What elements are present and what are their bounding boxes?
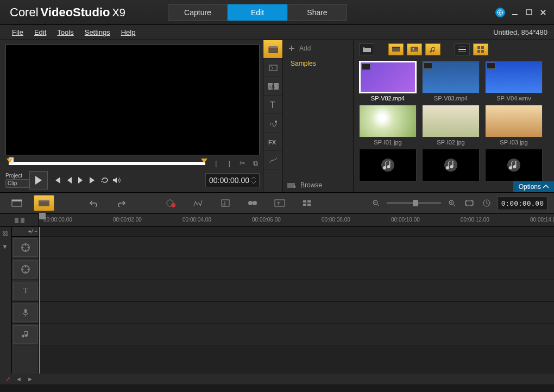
- tab-capture[interactable]: Capture: [168, 4, 228, 21]
- snapshot-button[interactable]: ⧉: [251, 159, 260, 168]
- track-row[interactable]: [39, 324, 554, 345]
- mark-out-button[interactable]: ]: [225, 159, 234, 168]
- menu-tools[interactable]: Tools: [52, 26, 79, 39]
- record-button[interactable]: [161, 195, 181, 211]
- timecode-spinner-icon[interactable]: [251, 176, 256, 184]
- track-row[interactable]: [39, 302, 554, 324]
- media-thumbnail[interactable]: [484, 149, 544, 183]
- ruler-tick: 00:00:04.00: [182, 217, 211, 223]
- filter-photo-button[interactable]: [407, 43, 422, 55]
- fit-project-button[interactable]: [463, 195, 476, 211]
- track-title[interactable]: T: [12, 280, 39, 302]
- folder-samples[interactable]: Samples: [283, 56, 353, 71]
- multicam-button[interactable]: [242, 195, 263, 211]
- timeline-ruler[interactable]: 00:00:00.0000:00:02.0000:00:04.0000:00:0…: [0, 214, 554, 227]
- scrub-bar[interactable]: [9, 162, 205, 165]
- menu-edit[interactable]: Edit: [29, 26, 52, 39]
- media-thumbnail[interactable]: SP-I02.jpg: [421, 105, 481, 146]
- timeline-timecode[interactable]: 0:00:00.00: [498, 197, 547, 210]
- help-globe-icon[interactable]: [495, 8, 505, 17]
- undo-button[interactable]: [84, 195, 104, 211]
- mode-clip[interactable]: Clip: [5, 179, 29, 188]
- libtab-transition[interactable]: AB: [263, 77, 282, 96]
- track-video[interactable]: [12, 237, 39, 258]
- subtitle-button[interactable]: T: [269, 195, 290, 211]
- svg-rect-55: [24, 309, 27, 313]
- track-manager-button[interactable]: [297, 195, 317, 211]
- timeline-view-button[interactable]: [34, 195, 54, 211]
- tab-share[interactable]: Share: [287, 4, 347, 21]
- libtab-path[interactable]: [263, 151, 282, 169]
- prev-frame-button[interactable]: [63, 172, 75, 188]
- tab-edit[interactable]: Edit: [228, 4, 287, 21]
- sound-mixer-button[interactable]: [188, 195, 209, 211]
- cut-button[interactable]: ✂: [238, 159, 247, 168]
- go-start-button[interactable]: [51, 172, 63, 188]
- libtab-filter[interactable]: FX: [263, 132, 282, 151]
- browse-button[interactable]: Browse: [283, 178, 354, 192]
- track-music[interactable]: [12, 324, 39, 345]
- chevron-down-icon[interactable]: ▼: [2, 243, 10, 251]
- filter-audio-button[interactable]: [425, 43, 440, 55]
- libtab-title[interactable]: T: [263, 96, 282, 114]
- play-button[interactable]: [29, 171, 48, 189]
- libtab-graphic[interactable]: [263, 114, 282, 132]
- zoom-slider[interactable]: [387, 202, 441, 204]
- libtab-media[interactable]: [263, 40, 282, 59]
- track-voice[interactable]: [12, 302, 39, 324]
- track-row[interactable]: [39, 258, 554, 280]
- timeline-cursor[interactable]: [39, 227, 40, 374]
- project-duration-button[interactable]: [480, 195, 493, 211]
- close-button[interactable]: [539, 8, 547, 17]
- media-thumbnail[interactable]: SP-V02.mp4: [358, 61, 418, 102]
- menu-help[interactable]: Help: [116, 26, 141, 39]
- auto-music-button[interactable]: [215, 195, 236, 211]
- repeat-button[interactable]: [99, 172, 111, 188]
- zoom-knob[interactable]: [413, 200, 418, 206]
- filter-video-button[interactable]: [388, 43, 404, 55]
- libtab-instant[interactable]: [263, 59, 282, 77]
- media-thumbnail[interactable]: SP-I01.jpg: [358, 105, 418, 146]
- mark-out-icon[interactable]: [201, 159, 207, 163]
- zoom-out-button[interactable]: [369, 195, 382, 211]
- import-button[interactable]: [359, 43, 374, 55]
- menu-settings[interactable]: Settings: [79, 26, 116, 39]
- minimize-button[interactable]: [511, 8, 519, 17]
- maximize-button[interactable]: [525, 8, 533, 17]
- ruler-toggle-icon[interactable]: [15, 217, 24, 224]
- menu-file[interactable]: File: [7, 26, 29, 39]
- ripple-toggle-icon[interactable]: ⛓: [2, 230, 10, 238]
- preview-display[interactable]: [5, 45, 260, 155]
- add-remove-track[interactable]: +/ −: [12, 227, 39, 237]
- media-thumbnail[interactable]: [421, 149, 481, 183]
- track-overlay[interactable]: [12, 258, 39, 280]
- volume-button[interactable]: [111, 172, 123, 188]
- redo-button[interactable]: [111, 195, 131, 211]
- add-folder-button[interactable]: Add: [283, 40, 353, 56]
- track-row[interactable]: [39, 280, 554, 302]
- next-frame-button[interactable]: [75, 172, 87, 188]
- playback-mode[interactable]: Project Clip: [5, 173, 29, 188]
- mode-project[interactable]: Project: [5, 173, 29, 179]
- track-row[interactable]: [39, 237, 554, 258]
- media-thumbnail[interactable]: SP-V03.mp4: [421, 61, 481, 102]
- go-end-button[interactable]: [87, 172, 99, 188]
- storyboard-view-button[interactable]: [7, 195, 27, 211]
- svg-point-29: [171, 203, 175, 207]
- view-thumb-button[interactable]: [473, 43, 488, 55]
- options-button[interactable]: Options: [513, 181, 554, 192]
- media-thumbnail[interactable]: SP-I03.jpg: [484, 105, 544, 146]
- view-list-button[interactable]: [455, 43, 470, 55]
- footer-expand-icon[interactable]: ⤢: [5, 376, 10, 383]
- scroll-right-icon[interactable]: ►: [27, 376, 33, 382]
- track-body[interactable]: [39, 227, 554, 374]
- mark-in-icon[interactable]: [7, 159, 13, 163]
- ruler-scale[interactable]: 00:00:00.0000:00:02.0000:00:04.0000:00:0…: [39, 214, 554, 226]
- mark-in-button[interactable]: [: [212, 159, 221, 168]
- zoom-in-button[interactable]: [445, 195, 458, 211]
- media-thumbnail[interactable]: SP-V04.wmv: [484, 61, 544, 102]
- scroll-left-icon[interactable]: ◄: [16, 376, 22, 382]
- media-thumbnail[interactable]: [358, 149, 418, 183]
- preview-timecode[interactable]: 00:00:00.00: [205, 173, 260, 187]
- svg-point-22: [444, 159, 457, 172]
